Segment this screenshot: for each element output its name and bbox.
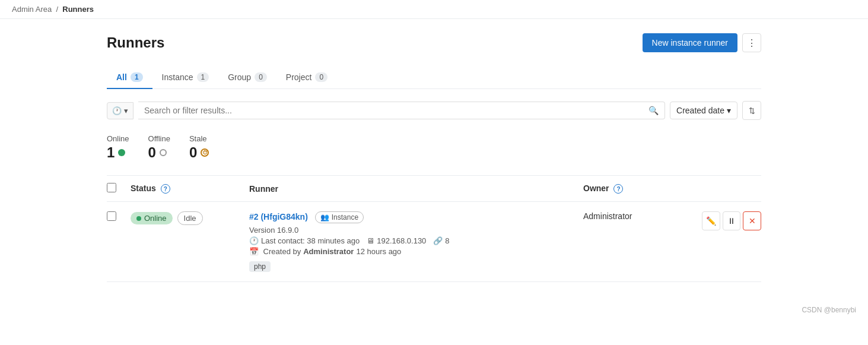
calendar-icon: 📅 (249, 247, 259, 256)
sort-order-button[interactable]: ⇅ (742, 101, 761, 120)
tab-project-count: 0 (315, 72, 328, 82)
stat-stale: Stale 0 ⏱ (189, 134, 209, 161)
clock-icon: 🕐 (249, 236, 259, 245)
owner-help-icon[interactable]: ? (613, 184, 623, 194)
tab-instance-count: 1 (197, 72, 209, 82)
search-icon: 🔍 (648, 106, 659, 115)
row-checkbox[interactable] (107, 211, 116, 221)
more-options-button[interactable]: ⋮ (742, 33, 761, 52)
breadcrumb-parent[interactable]: Admin Area (12, 5, 52, 14)
breadcrumb-current: Runners (62, 5, 94, 14)
search-input[interactable] (144, 106, 648, 115)
page-title: Runners (107, 34, 164, 51)
tab-project[interactable]: Project 0 (276, 67, 337, 89)
col-status-label: Status (131, 183, 156, 193)
footer: CSDN @bennybi (0, 296, 868, 324)
col-runner-label: Runner (249, 184, 278, 194)
tab-all-count: 1 (131, 72, 143, 82)
stat-online: Online 1 (107, 134, 129, 161)
filter-dropdown-icon: ▾ (124, 106, 128, 115)
tab-project-label: Project (286, 72, 312, 82)
runner-name-link[interactable]: #2 (HfgiG84kn) (249, 212, 308, 221)
tab-group-count: 0 (255, 72, 267, 82)
tag-php: php (249, 261, 271, 272)
stat-stale-label: Stale (189, 134, 207, 143)
tab-all-label: All (116, 72, 127, 82)
instance-icon: 👥 (320, 213, 329, 221)
filter-history-button[interactable]: 🕐 ▾ (107, 102, 133, 119)
tab-instance[interactable]: Instance 1 (152, 67, 219, 89)
stat-online-label: Online (107, 134, 129, 143)
pause-runner-button[interactable]: ⏸ (723, 211, 741, 230)
stat-stale-value: 0 (189, 144, 197, 161)
sort-label: Created date (676, 106, 724, 115)
tab-group-label: Group (228, 72, 251, 82)
tab-group[interactable]: Group 0 (218, 67, 276, 89)
stat-offline-value: 0 (148, 144, 156, 161)
new-instance-runner-button[interactable]: New instance runner (643, 33, 737, 52)
stat-offline: Offline 0 (148, 134, 170, 161)
status-help-icon[interactable]: ? (161, 184, 170, 194)
col-owner-label: Owner (583, 183, 609, 193)
delete-runner-button[interactable]: ✕ (743, 211, 761, 230)
online-status-dot (136, 216, 141, 221)
runner-ip: 🖥 192.168.0.130 (367, 236, 426, 245)
online-status-label: Online (144, 214, 167, 223)
link-icon: 🔗 (433, 236, 443, 245)
history-icon: 🕐 (112, 106, 122, 115)
select-all-checkbox[interactable] (107, 183, 116, 192)
stale-dot-icon: ⏱ (201, 148, 209, 157)
runner-last-contact: 🕐 Last contact: 38 minutes ago (249, 236, 360, 245)
sort-dropdown[interactable]: Created date ▾ (670, 102, 737, 119)
breadcrumb-bar: Admin Area / Runners (0, 0, 868, 19)
online-dot-icon (118, 149, 125, 156)
server-icon: 🖥 (367, 236, 374, 245)
idle-badge: Idle (177, 211, 203, 225)
sort-chevron-icon: ▾ (727, 106, 731, 115)
instance-label: Instance (332, 213, 358, 221)
table-header: Status ? Runner Owner ? (107, 176, 761, 202)
runner-created: 📅 Created by Administrator 12 hours ago (249, 247, 583, 256)
offline-dot-icon (160, 149, 167, 156)
tab-instance-label: Instance (162, 72, 193, 82)
stat-online-value: 1 (107, 144, 115, 161)
status-online-badge: Online (131, 212, 173, 224)
tab-all[interactable]: All 1 (107, 67, 152, 89)
edit-runner-button[interactable]: ✏️ (702, 211, 720, 230)
footer-text: CSDN @bennybi (802, 306, 856, 314)
table-row: Online Idle #2 (HfgiG84kn) 👥 Instance Ve… (107, 202, 761, 282)
stat-offline-label: Offline (148, 134, 170, 143)
tabs: All 1 Instance 1 Group 0 Project 0 (107, 67, 761, 89)
owner-name: Administrator (583, 211, 632, 221)
runner-jobs: 🔗 8 (433, 236, 449, 245)
runner-type-badge: 👥 Instance (315, 211, 364, 223)
runner-version: Version 16.9.0 (249, 226, 583, 235)
sort-order-icon: ⇅ (749, 106, 755, 115)
